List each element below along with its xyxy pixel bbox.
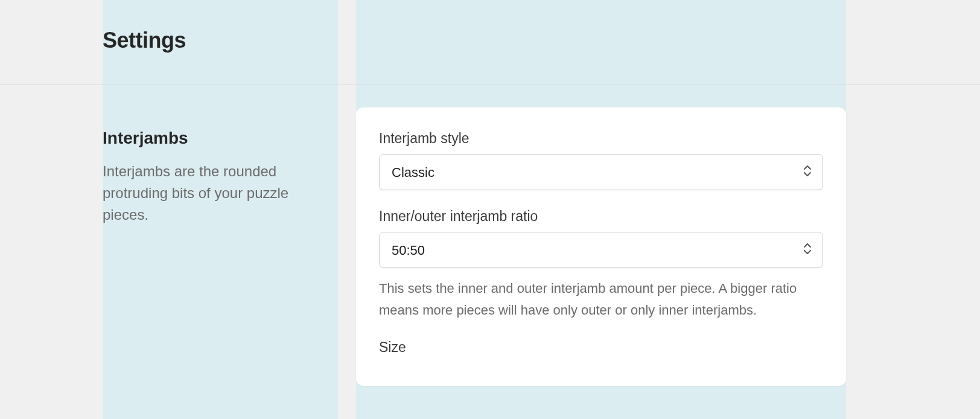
select-wrap-interjamb-ratio: 50:50 xyxy=(379,232,823,268)
field-interjamb-style: Interjamb style Classic xyxy=(379,130,823,190)
field-interjamb-ratio: Inner/outer interjamb ratio 50:50 This s… xyxy=(379,208,823,321)
section-title-interjambs: Interjambs xyxy=(103,129,188,148)
label-interjamb-ratio: Inner/outer interjamb ratio xyxy=(379,208,823,225)
label-interjamb-style: Interjamb style xyxy=(379,130,823,147)
label-size: Size xyxy=(379,339,823,356)
page-title: Settings xyxy=(103,28,186,53)
select-interjamb-style[interactable]: Classic xyxy=(379,154,823,190)
header-divider xyxy=(0,85,980,85)
select-interjamb-ratio[interactable]: 50:50 xyxy=(379,232,823,268)
section-description-interjambs: Interjambs are the rounded protruding bi… xyxy=(103,161,320,226)
help-text-interjamb-ratio: This sets the inner and outer interjamb … xyxy=(379,278,823,321)
field-size: Size xyxy=(379,339,823,356)
settings-card: Interjamb style Classic Inner/outer inte… xyxy=(356,107,846,386)
select-wrap-interjamb-style: Classic xyxy=(379,154,823,190)
